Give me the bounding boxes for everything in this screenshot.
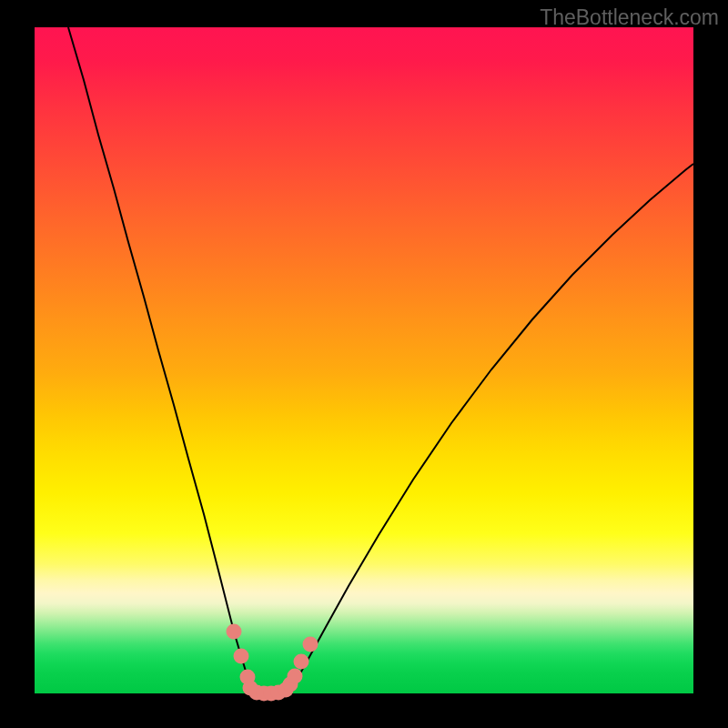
data-marker <box>234 649 249 664</box>
data-marker <box>294 654 309 670</box>
marker-group <box>227 624 318 702</box>
data-marker <box>303 637 318 652</box>
data-marker <box>227 624 242 640</box>
curve-right <box>286 164 693 693</box>
chart-svg <box>35 27 693 693</box>
watermark-text: TheBottleneck.com <box>540 5 719 30</box>
chart-plot-area <box>35 27 693 693</box>
curve-left <box>68 27 258 693</box>
data-marker <box>288 669 303 684</box>
